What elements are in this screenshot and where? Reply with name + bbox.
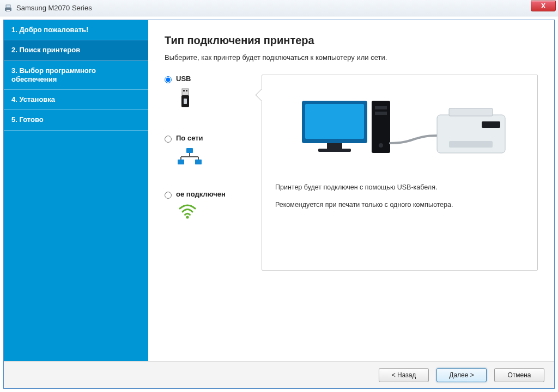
- option-label: USB: [176, 75, 191, 83]
- preview-illustration: [275, 88, 524, 170]
- svg-rect-8: [186, 148, 193, 153]
- window-body: 1. Добро пожаловать! 2. Поиск принтеров …: [3, 20, 555, 389]
- option-wireless[interactable]: ое подключен: [165, 190, 252, 221]
- svg-rect-18: [327, 143, 342, 149]
- wizard-button-bar: < Назад Далее > Отмена: [4, 361, 554, 388]
- page-subtitle: Выберите, как принтер будет подключаться…: [165, 53, 538, 62]
- svg-rect-2: [7, 10, 10, 11]
- option-network[interactable]: По сети: [165, 134, 252, 167]
- svg-rect-26: [449, 141, 493, 148]
- step-label: 2. Поиск принтеров: [11, 46, 80, 54]
- svg-rect-7: [184, 99, 187, 104]
- radio-network[interactable]: [165, 136, 172, 143]
- connection-options: USB: [165, 75, 252, 221]
- svg-rect-5: [186, 90, 187, 91]
- step-label: 3. Выбор программного обеспечения: [11, 66, 96, 83]
- svg-point-15: [186, 216, 189, 218]
- svg-rect-14: [195, 160, 202, 164]
- step-label: 5. Готово: [11, 115, 44, 124]
- network-icon: [178, 147, 202, 167]
- printer-app-icon: [3, 3, 13, 13]
- svg-rect-27: [482, 121, 500, 128]
- cancel-button[interactable]: Отмена: [494, 368, 544, 382]
- step-welcome[interactable]: 1. Добро пожаловать!: [4, 20, 148, 40]
- option-label: ое подключен: [176, 190, 226, 199]
- svg-point-23: [379, 143, 383, 148]
- close-icon: X: [541, 2, 545, 10]
- window-title: Samsung M2070 Series: [16, 4, 92, 12]
- svg-rect-13: [178, 160, 184, 164]
- svg-rect-1: [6, 5, 10, 8]
- svg-rect-4: [183, 90, 185, 91]
- page-title: Тип подключения принтера: [165, 34, 538, 47]
- svg-rect-3: [182, 89, 189, 95]
- svg-rect-25: [449, 108, 493, 116]
- step-label: 4. Установка: [11, 95, 55, 103]
- svg-rect-21: [375, 106, 387, 109]
- step-done[interactable]: 5. Готово: [4, 110, 148, 130]
- step-install[interactable]: 4. Установка: [4, 90, 148, 110]
- connection-preview: Принтер будет подключен с помощью USB-ка…: [262, 75, 538, 271]
- titlebar: Samsung M2070 Series X: [0, 0, 558, 16]
- radio-usb[interactable]: [165, 76, 172, 83]
- svg-rect-22: [375, 112, 387, 115]
- option-label: По сети: [176, 134, 203, 143]
- close-button[interactable]: X: [531, 1, 556, 11]
- step-label: 1. Добро пожаловать!: [11, 26, 88, 34]
- main-panel: Тип подключения принтера Выберите, как п…: [148, 20, 554, 361]
- radio-wireless[interactable]: [165, 192, 172, 199]
- option-usb[interactable]: USB: [165, 75, 252, 111]
- svg-rect-17: [305, 104, 364, 139]
- usb-icon: [178, 88, 193, 111]
- preview-line-2: Рекомендуется при печати только с одного…: [275, 200, 524, 210]
- wizard-sidebar: 1. Добро пожаловать! 2. Поиск принтеров …: [4, 20, 148, 361]
- preview-line-1: Принтер будет подключен с помощью USB-ка…: [275, 183, 524, 193]
- step-search-printers[interactable]: 2. Поиск принтеров: [4, 40, 148, 60]
- next-button[interactable]: Далее >: [436, 368, 487, 382]
- svg-rect-19: [318, 149, 351, 152]
- back-button[interactable]: < Назад: [379, 368, 429, 382]
- wifi-icon: [178, 203, 197, 221]
- step-software[interactable]: 3. Выбор программного обеспечения: [4, 61, 148, 90]
